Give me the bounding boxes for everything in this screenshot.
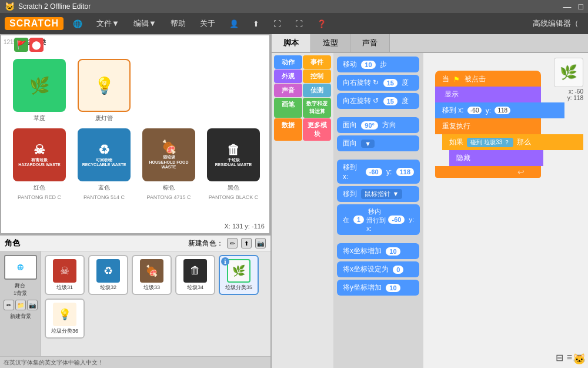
block-turn-left[interactable]: 向左旋转 ↺ 15 度	[337, 93, 419, 109]
sprite-img-recycle: ♻ 可回收物RECYCLABLE WASTE	[78, 128, 131, 181]
titlebar-left: 🐱 Scratch 2 Offline Editor	[5, 2, 91, 11]
main: 1215 垃圾分类 🚩 ⬤ 🌿 草度	[0, 34, 588, 368]
cat-events[interactable]: 事件	[303, 55, 331, 69]
toolbar-fullscreen-icon[interactable]: ⛶	[269, 17, 286, 31]
stage-thumbnail[interactable]: 🌐	[4, 255, 37, 280]
app-icon: 🐱	[5, 2, 15, 11]
block-change-x[interactable]: 将x坐标增加 10	[337, 243, 419, 259]
sprite-thumb-33[interactable]: 🍖 垃圾33	[132, 255, 172, 295]
tabs: 脚本 造型 声音	[272, 34, 588, 53]
menubar: SCRATCH 🌐 文件▼ 编辑▼ 帮助 关于 👤 ⬆ ⛶ ⛶ ❓ 高线编辑器（	[0, 13, 588, 34]
green-flag-button[interactable]: 🚩	[14, 38, 28, 52]
block-glide-x: -60	[388, 216, 405, 224]
code-shrink-icon[interactable]: ⊟	[556, 352, 563, 363]
sprite-thumb-32[interactable]: ♻ 垃圾32	[88, 255, 128, 295]
about-menu[interactable]: 关于	[195, 16, 220, 31]
stage-content: 🌿 草度 💡 废灯管	[1, 35, 269, 206]
block-face-deg: 90°	[361, 121, 378, 130]
block-face-toward[interactable]: 面向 ▼	[337, 135, 419, 151]
block-face-direction[interactable]: 面向 90° 方向	[337, 117, 419, 133]
cat-pen[interactable]: 画笔	[274, 98, 302, 118]
cat-row-1: 动作 事件	[274, 55, 331, 69]
cb-repeat[interactable]: 重复执行	[435, 118, 541, 134]
block-set-x[interactable]: 将x坐标设定为 0	[337, 261, 419, 277]
toolbar-upload-icon[interactable]: ⬆	[248, 17, 264, 31]
sprite-label-other: 黑色	[228, 184, 239, 192]
stop-button[interactable]: ⬤	[29, 38, 44, 52]
sprite-img-fudeng: 💡	[78, 59, 131, 112]
sprite-thumb-34[interactable]: 🗑 垃圾34	[175, 255, 215, 295]
sprite-card-fudeng: 💡 废灯管	[78, 59, 131, 122]
advanced-label: 高线编辑器（	[533, 19, 579, 28]
camera-sprite-button[interactable]: 📷	[255, 238, 266, 248]
cat-looks[interactable]: 外观	[274, 69, 302, 83]
block-goto-y: 118	[396, 168, 414, 176]
sprite-img-kitchen: 🍖 湿垃圾HOUSEHOLD FOOD WASTE	[142, 128, 195, 181]
block-change-y-value: 10	[386, 284, 400, 292]
help-menu[interactable]: 帮助	[166, 16, 191, 31]
sprite-panel-left: 🌐 舞台1背景 ✏ 📁 📷 新建背景	[0, 251, 41, 368]
stage-sprite-row-1: 🌿 草度 💡 废灯管	[13, 59, 131, 122]
file-menu[interactable]: 文件▼	[92, 16, 124, 31]
block-glide[interactable]: 在 1 秒内滑行到 x: -60 y:	[337, 204, 420, 235]
stage-controls: 垃圾分类 🚩 ⬤	[4, 38, 46, 47]
new-bg-camera-button[interactable]: 📷	[27, 300, 38, 310]
sprite-panel-title: 角色	[5, 238, 20, 248]
toolbar-turbo-icon[interactable]: ⛶	[290, 17, 308, 31]
cb-show[interactable]: 显示	[435, 87, 541, 102]
cb-hat-flag[interactable]: 当 ⚑ 被点击	[435, 71, 541, 87]
edit-menu[interactable]: 编辑▼	[129, 16, 161, 31]
cat-more[interactable]: 更多模块	[303, 118, 331, 141]
new-bg-upload-button[interactable]: 📁	[15, 300, 26, 310]
block-goto-mouse[interactable]: 移到 鼠标指针 ▼	[337, 186, 419, 202]
sprite-panel-header: 角色 新建角色： ✏ ⬆ 📷	[0, 236, 270, 251]
upload-sprite-button[interactable]: ⬆	[241, 238, 252, 248]
sprite-thumb-35[interactable]: ℹ 🌿 垃圾分类35	[219, 255, 259, 295]
cat-motion[interactable]: 动作	[274, 55, 302, 69]
script-area: 脚本 造型 声音 动作 事件 外观 控制 声音 侦测	[270, 34, 588, 368]
block-face-dropdown[interactable]: ▼	[361, 140, 375, 148]
cb-if-touching[interactable]: 如果 碰到 垃圾33 ？ 那么	[442, 134, 583, 150]
tab-script[interactable]: 脚本	[272, 34, 311, 52]
cat-sensing[interactable]: 侦测	[303, 84, 331, 97]
sprite-label-kitchen: 棕色	[163, 184, 175, 192]
tab-costume[interactable]: 造型	[311, 34, 350, 52]
block-goto-dropdown[interactable]: 鼠标指针 ▼	[361, 189, 402, 199]
sprite-img-hazard: ☠ 有害垃圾HAZARDOUS WASTE	[13, 128, 66, 181]
sprite-thumb-label-35: 垃圾分类35	[225, 284, 252, 291]
blocks-list: 移动 10 步 向右旋转 ↻ 15 度 向左旋转 ↺ 15 度 面向 90° 方…	[333, 53, 423, 368]
new-sprite-label: 新建角色：	[188, 238, 223, 248]
bottombar: 在英汉字体集的英文字体中输入中文！	[0, 356, 270, 368]
sprite-info-icon-35[interactable]: ℹ	[221, 257, 229, 266]
cat-sound[interactable]: 声音	[274, 84, 302, 97]
block-move[interactable]: 移动 10 步	[337, 57, 419, 72]
block-change-y[interactable]: 将y坐标增加 10	[337, 280, 419, 296]
toolbar-help-icon[interactable]: ❓	[312, 17, 331, 31]
sprite-thumb-label-34: 垃圾34	[187, 284, 203, 291]
globe-menu[interactable]: 🌐	[68, 17, 87, 31]
titlebar-right[interactable]: — □	[563, 2, 583, 11]
toolbar-person-icon[interactable]: 👤	[225, 17, 243, 31]
code-list-icon[interactable]: ≡	[567, 352, 572, 363]
block-move-value: 10	[361, 61, 375, 69]
sprite-thumb-36[interactable]: 💡 垃圾分类36	[45, 299, 85, 339]
cb-hide[interactable]: 隐藏	[449, 150, 543, 166]
block-goto-xy[interactable]: 移到 x: -60 y: 118	[337, 160, 420, 184]
minimize-button[interactable]: —	[563, 2, 572, 11]
cat-ops[interactable]: 数字和逻辑运算	[303, 98, 331, 118]
block-turn-right[interactable]: 向右旋转 ↻ 15 度	[337, 75, 419, 91]
stage: 1215 垃圾分类 🚩 ⬤ 🌿 草度	[0, 34, 270, 234]
maximize-button[interactable]: □	[579, 2, 583, 11]
cb-goto-xy[interactable]: 移到 x: -60 y: 118	[435, 102, 564, 118]
sprite-sublabel-other: PANTONG BLACK C	[209, 194, 259, 200]
paint-sprite-button[interactable]: ✏	[227, 238, 238, 248]
tab-sound[interactable]: 声音	[350, 34, 390, 52]
sprite-thumb-img-34: 🗑	[183, 259, 207, 283]
stage-sprite-row-2: ☠ 有害垃圾HAZARDOUS WASTE 红色 PANTONG RED C ♻…	[13, 128, 260, 200]
cat-control[interactable]: 控制	[303, 69, 331, 83]
sprite-thumb-31[interactable]: ☠ 垃圾31	[45, 255, 85, 295]
bg-actions: ✏ 📁 📷	[4, 300, 38, 310]
app-title: Scratch 2 Offline Editor	[18, 2, 91, 11]
cat-data[interactable]: 数据	[274, 118, 302, 141]
new-bg-paint-button[interactable]: ✏	[4, 300, 14, 310]
